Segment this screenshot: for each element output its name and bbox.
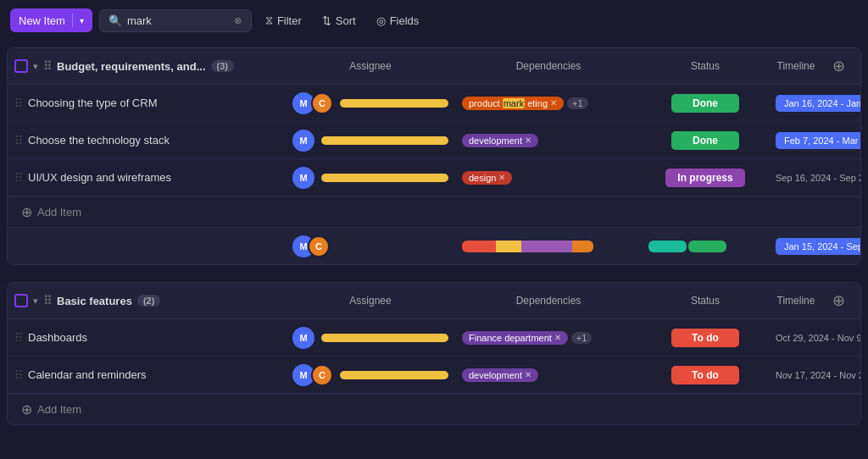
section1-drag-icon: ⠿: [43, 59, 52, 73]
section2-count: (2): [137, 295, 160, 307]
fields-label: Fields: [390, 14, 420, 27]
dep-tag-development: development ✕: [462, 134, 538, 147]
section1-add-item-label: Add Item: [37, 206, 81, 218]
status-badge-inprogress[interactable]: In progress: [665, 169, 744, 187]
sort-icon: ⇅: [322, 14, 331, 27]
row5-assignee: M C: [286, 361, 455, 390]
avatar-c: C: [308, 235, 330, 257]
status-badge-todo[interactable]: To do: [671, 329, 739, 347]
row5-name-cell: ⠿ Calendar and reminders: [14, 368, 286, 382]
filter-button[interactable]: ⧖ Filter: [259, 9, 309, 31]
section1-col-status: Status: [642, 60, 769, 72]
avatar-m: M: [292, 167, 314, 189]
dep-remove-icon[interactable]: ✕: [525, 135, 531, 145]
dep-remove-icon[interactable]: ✕: [498, 173, 505, 182]
row5-deps: development ✕: [455, 365, 642, 385]
dep-remove-icon[interactable]: ✕: [554, 333, 561, 342]
assignee-bar: [340, 99, 448, 108]
row5-name: Calendar and reminders: [28, 368, 146, 381]
timeline-text: Nov 17, 2024 - Nov 28, 2024: [776, 370, 861, 380]
section1-add-col-button[interactable]: ⊕: [823, 57, 854, 75]
summary-timeline-bar: Jan 15, 2024 - Sep 25, 2024: [776, 238, 861, 255]
status-badge-done[interactable]: Done: [671, 131, 739, 150]
timeline-bar: Jan 16, 2024 - Jan 30, 2024: [776, 95, 861, 112]
summary-bar-red: [462, 241, 496, 252]
row1-status: Done: [642, 91, 769, 116]
section2-title: Basic features: [57, 295, 132, 307]
summary-bar-orange: [572, 241, 593, 252]
avatar-c: C: [311, 92, 333, 114]
add-item-icon: ⊕: [21, 204, 32, 220]
section2-add-col-button[interactable]: ⊕: [823, 291, 854, 310]
summary-sbar-green: [688, 241, 726, 252]
summary-bar-purple: [521, 241, 572, 252]
section2-add-item-label: Add Item: [37, 403, 81, 416]
avatar-m: M: [292, 130, 314, 152]
status-badge-todo[interactable]: To do: [671, 366, 739, 384]
sort-label: Sort: [336, 14, 356, 27]
table-row: ⠿ Choosing the type of CRM M C product m…: [8, 85, 860, 122]
clear-search-icon[interactable]: ⊗: [234, 15, 242, 26]
filter-icon: ⧖: [265, 14, 273, 27]
row3-timeline: Sep 16, 2024 - Sep 26, 2024: [769, 169, 861, 186]
new-item-button[interactable]: New Item ▾: [10, 8, 92, 32]
row1-timeline: Jan 16, 2024 - Jan 30, 2024: [769, 91, 861, 115]
section2-toggle[interactable]: ▾: [33, 296, 38, 307]
search-icon: 🔍: [108, 14, 122, 27]
row4-drag-icon: ⠿: [14, 331, 23, 345]
section1-col-assignee: Assignee: [286, 60, 455, 72]
row4-deps: Finance department ✕ +1: [455, 328, 642, 348]
section2-drag-icon: ⠿: [43, 294, 52, 307]
row2-timeline: Feb 7, 2024 - Mar 26, 2024: [769, 129, 861, 152]
dep-plus-1[interactable]: +1: [567, 97, 588, 109]
dep-tag-design: design ✕: [462, 171, 512, 185]
btn-divider: [72, 14, 73, 27]
fields-button[interactable]: ◎ Fields: [370, 10, 426, 31]
timeline-text: Oct 29, 2024 - Nov 9, 2024: [776, 333, 861, 343]
section1-col-timeline: Timeline: [769, 60, 823, 72]
row2-status: Done: [642, 128, 769, 153]
row3-assignee: M: [286, 163, 455, 192]
avatar-m: M: [292, 327, 314, 349]
main-content: ▾ ⠿ Budget, requirements, and... (3) Ass…: [0, 47, 868, 435]
section1-summary-row: M C Jan 15, 2024 - Sep 25, 2024 ⋮: [8, 227, 860, 264]
add-item-icon: ⊕: [21, 401, 32, 418]
row5-timeline: Nov 17, 2024 - Nov 28, 2024: [769, 367, 861, 384]
section1-toggle[interactable]: ▾: [33, 61, 38, 72]
row1-name: Choosing the type of CRM: [28, 97, 157, 109]
section2-checkbox[interactable]: [14, 294, 28, 307]
section2-col-assignee: Assignee: [286, 295, 455, 307]
row3-name: UI/UX design and wireframes: [28, 171, 171, 184]
status-badge-done[interactable]: Done: [671, 94, 739, 113]
avatar-c: C: [311, 364, 333, 386]
summary-bar-yellow: [496, 241, 521, 252]
dep-remove-icon[interactable]: ✕: [550, 98, 557, 108]
dep-remove-icon[interactable]: ✕: [525, 370, 531, 379]
section-budget: ▾ ⠿ Budget, requirements, and... (3) Ass…: [7, 47, 861, 265]
row3-status: In progress: [642, 165, 769, 191]
table-row: ⠿ UI/UX design and wireframes M design ✕…: [8, 159, 860, 196]
assignee-bar: [321, 174, 448, 182]
section1-col-deps: Dependencies: [455, 60, 642, 72]
assignee-bar: [340, 371, 448, 379]
section1-checkbox[interactable]: [14, 59, 28, 73]
row1-deps: product marketing ✕ +1: [455, 93, 642, 113]
chevron-down-icon: ▾: [80, 16, 84, 25]
dep-plus-2[interactable]: +1: [571, 332, 593, 344]
section-basic-features: ▾ ⠿ Basic features (2) Assignee Dependen…: [7, 282, 861, 425]
timeline-bar: Feb 7, 2024 - Mar 26, 2024: [776, 132, 861, 149]
fields-icon: ◎: [376, 14, 386, 27]
row1-assignee: M C: [286, 89, 455, 118]
section1-count: (3): [211, 60, 234, 72]
section1-group-header: ▾ ⠿ Budget, requirements, and... (3): [14, 59, 286, 73]
sort-button[interactable]: ⇅ Sort: [315, 10, 363, 31]
section2-add-item-row[interactable]: ⊕ Add Item: [8, 394, 860, 424]
section2-col-status: Status: [642, 295, 769, 307]
table-row: ⠿ Dashboards M Finance department ✕ +1 T…: [8, 319, 860, 357]
row2-assignee: M: [286, 126, 455, 155]
section1-add-item-row[interactable]: ⊕ Add Item: [8, 196, 860, 227]
row5-drag-icon: ⠿: [14, 368, 23, 382]
search-input[interactable]: [127, 14, 229, 27]
row4-name-cell: ⠿ Dashboards: [14, 331, 286, 345]
row4-assignee: M: [286, 324, 455, 352]
